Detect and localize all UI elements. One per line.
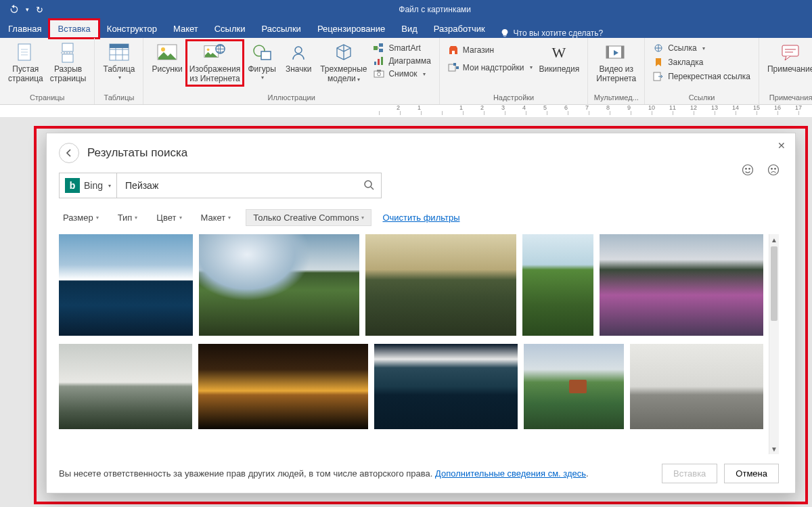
- smartart-icon: [374, 43, 384, 53]
- clear-filters-link[interactable]: Очистить фильтры: [382, 213, 459, 223]
- tab-layout[interactable]: Макет: [165, 20, 206, 38]
- tab-design[interactable]: Конструктор: [99, 20, 165, 38]
- scroll-handle[interactable]: [771, 246, 777, 321]
- filter-color[interactable]: Цвет▾: [152, 210, 185, 225]
- tab-home[interactable]: Главная: [0, 20, 49, 38]
- caret-icon: ▾: [118, 74, 121, 81]
- store-button[interactable]: Магазин: [445, 44, 535, 56]
- icons-button[interactable]: Значки: [281, 41, 316, 85]
- screenshot-icon: [374, 68, 384, 79]
- svg-rect-2: [62, 54, 73, 62]
- result-thumb[interactable]: [59, 234, 193, 336]
- group-label-pages: Страницы: [5, 93, 89, 103]
- svg-point-42: [775, 169, 776, 170]
- smartart-button[interactable]: SmartArt: [371, 42, 433, 54]
- svg-rect-22: [452, 51, 455, 54]
- comment-button[interactable]: Примечание: [765, 41, 812, 76]
- svg-point-38: [746, 169, 747, 170]
- svg-rect-24: [453, 63, 456, 66]
- result-thumb[interactable]: [600, 234, 763, 336]
- document-workspace: ✕ Результаты поиска b Bing ▾: [0, 118, 812, 507]
- svg-point-41: [771, 169, 773, 170]
- back-button[interactable]: [59, 143, 79, 163]
- group-label-tables: Таблицы: [100, 93, 137, 103]
- cancel-button[interactable]: Отмена: [724, 464, 779, 483]
- scroll-down-icon[interactable]: ▼: [769, 443, 779, 454]
- svg-point-8: [207, 48, 210, 51]
- result-thumb[interactable]: [199, 234, 359, 336]
- svg-rect-29: [621, 46, 624, 58]
- footer-learn-more-link[interactable]: Дополнительные сведения см. здесь: [435, 468, 586, 479]
- blank-page-button[interactable]: Пустая страница: [5, 41, 46, 85]
- result-thumb[interactable]: [522, 234, 593, 336]
- hyperlink-button[interactable]: Ссылка▾: [650, 42, 753, 54]
- pictures-button[interactable]: Рисунки: [149, 41, 185, 85]
- feedback-sad-icon[interactable]: [767, 163, 780, 179]
- shapes-button[interactable]: Фигуры▾: [244, 41, 279, 85]
- chart-icon: [374, 56, 384, 66]
- svg-rect-13: [374, 46, 378, 50]
- table-button[interactable]: Таблица ▾: [100, 41, 137, 82]
- online-video-button[interactable]: Видео из Интернета: [593, 41, 639, 85]
- qat-dropdown-icon[interactable]: ▾: [26, 6, 29, 13]
- result-thumb[interactable]: [524, 344, 624, 429]
- svg-rect-19: [374, 71, 384, 77]
- shapes-icon: [251, 42, 273, 64]
- screenshot-button[interactable]: Снимок▾: [371, 68, 433, 80]
- online-pictures-button[interactable]: Изображения из Интернета: [187, 41, 243, 85]
- wikipedia-icon: W: [548, 42, 570, 64]
- page-break-button[interactable]: Разрыв страницы: [47, 41, 89, 85]
- search-provider[interactable]: b Bing ▾: [59, 173, 117, 198]
- svg-rect-32: [782, 45, 798, 56]
- undo-icon[interactable]: [9, 4, 19, 16]
- page-break-icon: [58, 42, 79, 64]
- insert-button[interactable]: Вставка: [662, 464, 717, 483]
- svg-rect-17: [378, 59, 380, 65]
- tab-references[interactable]: Ссылки: [206, 20, 254, 38]
- 3d-models-button[interactable]: Трехмерные модели▾: [317, 41, 369, 85]
- my-addins-button[interactable]: Мои надстройки▾: [445, 62, 535, 74]
- bing-logo-icon: b: [65, 178, 80, 193]
- svg-rect-21: [377, 70, 381, 72]
- group-addins: Магазин Мои надстройки▾ W Википедия Надс…: [440, 38, 588, 104]
- filter-cc[interactable]: Только Creative Commons▾: [246, 209, 371, 226]
- svg-rect-4: [110, 44, 129, 48]
- wikipedia-button[interactable]: W Википедия: [537, 41, 583, 76]
- redo-icon[interactable]: ↻: [36, 5, 43, 15]
- filter-size[interactable]: Размер▾: [59, 210, 103, 225]
- result-thumb[interactable]: [630, 344, 763, 429]
- svg-rect-15: [379, 49, 383, 52]
- chart-button[interactable]: Диаграмма: [371, 55, 433, 67]
- svg-point-37: [743, 165, 753, 175]
- result-thumb[interactable]: [374, 344, 518, 429]
- cross-reference-button[interactable]: Перекрестная ссылка: [650, 70, 753, 83]
- tab-developer[interactable]: Разработчик: [426, 20, 493, 38]
- tab-insert[interactable]: Вставка: [49, 20, 98, 38]
- close-button[interactable]: ✕: [777, 140, 786, 151]
- scroll-up-icon[interactable]: ▲: [769, 234, 779, 245]
- svg-rect-1: [62, 43, 73, 51]
- group-label-addins: Надстройки: [445, 93, 582, 103]
- tab-review[interactable]: Рецензирование: [309, 20, 393, 38]
- svg-point-6: [161, 47, 165, 51]
- filter-layout[interactable]: Макет▾: [197, 210, 235, 225]
- group-media: Видео из Интернета Мультимед...: [588, 38, 645, 104]
- group-comments: Примечание Примечания: [759, 38, 812, 104]
- result-thumb[interactable]: [59, 344, 192, 429]
- filter-type[interactable]: Тип▾: [114, 210, 142, 225]
- search-icon[interactable]: [363, 179, 374, 192]
- result-thumb[interactable]: [198, 344, 368, 429]
- svg-rect-16: [374, 62, 376, 65]
- search-input[interactable]: [124, 179, 363, 192]
- result-thumb[interactable]: [365, 234, 516, 336]
- tell-me-box[interactable]: Что вы хотите сделать?: [500, 28, 604, 38]
- video-icon: [606, 42, 627, 64]
- results-scrollbar[interactable]: ▲ ▼: [769, 234, 779, 454]
- tab-mailings[interactable]: Рассылки: [254, 20, 309, 38]
- search-box[interactable]: [117, 173, 382, 198]
- feedback-happy-icon[interactable]: [741, 163, 754, 179]
- tab-view[interactable]: Вид: [393, 20, 426, 38]
- svg-point-43: [365, 181, 371, 188]
- dialog-title: Результаты поиска: [87, 146, 187, 160]
- bookmark-button[interactable]: Закладка: [650, 56, 753, 68]
